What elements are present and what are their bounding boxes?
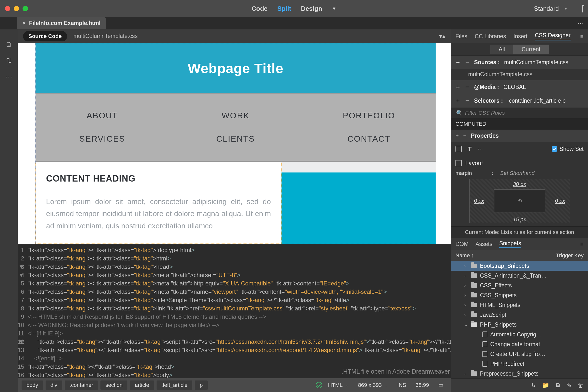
document-tab[interactable]: × FileInfo.com Example.html xyxy=(17,17,106,29)
snippet-folder[interactable]: ⌄PHP_Snippets xyxy=(451,320,588,330)
preview-nav-item[interactable]: CONTACT xyxy=(302,134,436,144)
tab-files[interactable]: Files xyxy=(456,33,468,40)
margin-right-value[interactable]: 0 px xyxy=(555,198,565,204)
snippet-file[interactable]: Create URL slug fro… xyxy=(451,349,588,359)
remove-icon[interactable]: − xyxy=(465,58,470,66)
layout-category-icon[interactable] xyxy=(456,146,462,152)
settings-gear-icon[interactable] xyxy=(582,5,583,12)
filter-icon[interactable]: ▾▴ xyxy=(439,32,446,40)
breadcrumb[interactable]: div xyxy=(46,380,62,390)
tab-css-designer[interactable]: CSS Designer xyxy=(535,32,570,40)
remove-icon[interactable]: − xyxy=(465,97,470,104)
insert-snippet-icon[interactable]: ↳ xyxy=(531,382,536,389)
sources-item[interactable]: multiColumnTemplate.css xyxy=(451,69,588,80)
code-lines[interactable]: "tk-attr">class="tk-ang"><"tk-attr">clas… xyxy=(28,246,451,378)
snippet-folder[interactable]: ›HTML_Snippets xyxy=(451,300,588,310)
remove-icon[interactable]: − xyxy=(463,132,466,139)
status-ok-icon[interactable] xyxy=(316,382,322,388)
box-model-diagram[interactable]: 30 px 0 px 0 px 15 px ⟲ xyxy=(470,179,570,223)
close-window-icon[interactable] xyxy=(5,6,10,11)
add-icon[interactable]: + xyxy=(456,58,460,66)
snippet-folder[interactable]: ›CSS_Animation_&_Tran… xyxy=(451,271,588,280)
snippets-tree[interactable]: ›Bootstrap_Snippets›CSS_Animation_&_Tran… xyxy=(451,261,588,378)
add-icon[interactable]: + xyxy=(456,97,460,104)
snippet-folder[interactable]: ›Preprocessor_Snippets xyxy=(451,369,588,378)
code-editor[interactable]: 1 2 ▼3 ▼4 5 6 7 8 9 10 11 ▼12 13 14 15 1… xyxy=(18,244,451,378)
tab-dom[interactable]: DOM xyxy=(456,241,469,248)
maximize-window-icon[interactable] xyxy=(22,6,28,11)
edit-snippet-icon[interactable]: ✎ xyxy=(567,382,572,389)
new-folder-icon[interactable]: 📁 xyxy=(542,382,549,389)
more-tools-icon[interactable]: ⋯ xyxy=(5,73,12,80)
snippet-folder[interactable]: ›CSS_Effects xyxy=(451,280,588,290)
breadcrumb[interactable]: article xyxy=(130,380,154,390)
snippet-folder[interactable]: ›JavaScript xyxy=(451,310,588,320)
scope-current[interactable]: Current xyxy=(513,44,549,54)
viewport-size[interactable]: 869 x 393⌄ xyxy=(355,382,392,388)
minimize-window-icon[interactable] xyxy=(14,6,19,11)
extract-icon[interactable]: ⇅ xyxy=(5,57,12,64)
add-icon[interactable]: + xyxy=(456,83,460,91)
related-css-link[interactable]: multiColumnTemplate.css xyxy=(74,33,138,40)
breadcrumb[interactable]: body xyxy=(22,380,43,390)
col-trigger[interactable]: Trigger Key xyxy=(556,252,584,259)
computed-header[interactable]: COMPUTED xyxy=(451,118,588,130)
view-split[interactable]: Split xyxy=(277,5,291,12)
panel-menu-icon[interactable]: ≡ xyxy=(580,33,584,40)
breadcrumb[interactable]: p xyxy=(195,380,208,390)
overflow-icon[interactable]: ⋯ xyxy=(578,20,588,26)
more-category-icon[interactable]: ⋯ xyxy=(478,146,483,152)
preview-nav-item[interactable]: ABOUT xyxy=(36,111,169,120)
properties-row[interactable]: + − Properties xyxy=(451,130,588,142)
close-tab-icon[interactable]: × xyxy=(22,20,26,26)
link-values-icon[interactable]: ⟲ xyxy=(494,190,545,212)
preview-nav-item[interactable]: SERVICES xyxy=(36,134,169,144)
language-selector[interactable]: HTML⌄ xyxy=(324,382,352,388)
snippets-columns[interactable]: Name ↑ Trigger Key xyxy=(451,250,588,261)
panel-menu-icon[interactable]: ≡ xyxy=(580,241,584,248)
tab-cc-libraries[interactable]: CC Libraries xyxy=(475,33,506,40)
breadcrumb[interactable]: .container xyxy=(65,380,98,390)
workspace-switcher[interactable]: Standard ▾ xyxy=(534,5,583,12)
snippet-file[interactable]: Automatic Copyrig… xyxy=(451,330,588,339)
breadcrumb[interactable]: .left_article xyxy=(156,380,192,390)
preview-nav-item[interactable]: PORTFOLIO xyxy=(302,111,436,120)
tab-snippets[interactable]: Snippets xyxy=(499,240,521,248)
delete-snippet-icon[interactable]: 🗑 xyxy=(578,382,584,389)
tab-insert[interactable]: Insert xyxy=(513,33,528,40)
scope-all[interactable]: All xyxy=(490,44,513,54)
show-set-toggle[interactable]: Show Set xyxy=(552,146,584,152)
text-category-icon[interactable]: T xyxy=(468,145,472,153)
margin-left-value[interactable]: 0 px xyxy=(474,198,484,204)
remove-icon[interactable]: − xyxy=(465,83,470,91)
layout-section-header[interactable]: Layout xyxy=(451,156,588,168)
media-row[interactable]: + − @Media : GLOBAL xyxy=(451,80,588,94)
chevron-down-icon[interactable]: ▼ xyxy=(332,6,336,11)
breadcrumb[interactable]: section xyxy=(100,380,128,390)
snippet-file[interactable]: PHP Redirect xyxy=(451,359,588,369)
margin-top-value[interactable]: 30 px xyxy=(513,181,526,188)
file-management-icon[interactable]: 🗎 xyxy=(5,41,12,48)
insert-mode[interactable]: INS xyxy=(394,382,410,388)
add-icon[interactable]: + xyxy=(456,132,459,139)
view-design[interactable]: Design xyxy=(301,5,322,12)
view-code[interactable]: Code xyxy=(252,5,268,12)
snippet-folder[interactable]: ›Bootstrap_Snippets xyxy=(451,261,588,271)
preview-device-icon[interactable]: ▭ xyxy=(435,382,447,388)
col-name[interactable]: Name ↑ xyxy=(456,252,474,259)
preview-nav-item[interactable]: WORK xyxy=(169,111,302,120)
file-icon xyxy=(482,341,487,347)
sources-row[interactable]: + − Sources : multiColumnTemplate.css xyxy=(451,55,588,69)
margin-shorthand[interactable]: Set Shorthand xyxy=(500,170,534,176)
margin-bottom-value[interactable]: 15 px xyxy=(513,216,526,223)
preview-nav-item[interactable]: CLIENTS xyxy=(169,134,302,144)
filter-css-rules[interactable]: 🔍 Filter CSS Rules xyxy=(451,108,588,118)
selectors-row[interactable]: + − Selectors : .container .left_article… xyxy=(451,94,588,108)
tab-assets[interactable]: Assets xyxy=(476,241,492,248)
properties-label: Properties xyxy=(471,132,499,139)
new-snippet-icon[interactable]: 🗎 xyxy=(555,382,561,389)
live-preview[interactable]: Webpage Title ABOUT WORK PORTFOLIO SERVI… xyxy=(18,43,451,244)
snippet-folder[interactable]: ›CSS_Snippets xyxy=(451,290,588,300)
snippet-file[interactable]: Change date format xyxy=(451,339,588,349)
source-code-pill[interactable]: Source Code xyxy=(23,31,67,42)
